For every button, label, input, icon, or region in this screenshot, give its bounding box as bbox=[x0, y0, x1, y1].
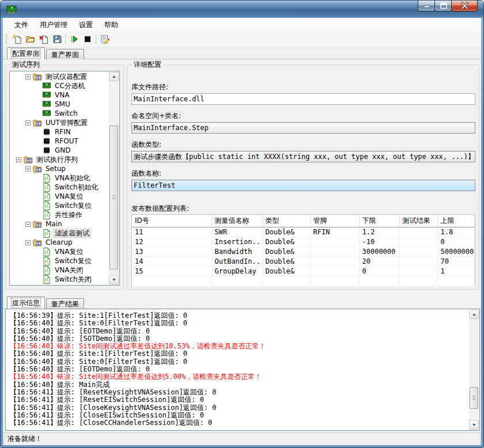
tree-node[interactable]: Setup bbox=[10, 164, 109, 173]
tree-node[interactable]: Clearup bbox=[10, 238, 109, 247]
new-button[interactable] bbox=[10, 33, 24, 46]
seq-folder-icon bbox=[33, 164, 42, 173]
column-header[interactable]: 测量值名称 bbox=[211, 215, 262, 227]
minimize-button[interactable] bbox=[418, 1, 435, 12]
scroll-down-button[interactable] bbox=[469, 420, 479, 430]
stop-button[interactable] bbox=[81, 33, 94, 46]
menu-item-file[interactable]: 文件 bbox=[9, 18, 34, 32]
scrollbar-thumb[interactable] bbox=[470, 387, 478, 409]
tree-scrollbar[interactable] bbox=[109, 72, 119, 284]
tree-node[interactable]: Switch关闭 bbox=[10, 275, 109, 284]
title-bar[interactable] bbox=[1, 1, 483, 18]
tree-node[interactable]: VNA bbox=[10, 90, 109, 100]
func-name-input[interactable]: FilterTest bbox=[131, 180, 475, 191]
func-type-input[interactable]: 测试步骤类函数【public static int XXXX(string xx… bbox=[131, 151, 475, 162]
tree-node[interactable]: 滤波器测试 bbox=[10, 229, 109, 238]
collapse-expander-icon[interactable] bbox=[25, 240, 31, 245]
run-button[interactable] bbox=[67, 33, 81, 46]
tree-node[interactable]: RFIN bbox=[10, 127, 109, 136]
column-header[interactable]: ID号 bbox=[132, 215, 211, 227]
tree-node[interactable]: Switch复位 bbox=[10, 201, 109, 210]
log-scrollbar[interactable] bbox=[469, 310, 479, 430]
namespace-class-input[interactable]: MainInterface.Step bbox=[131, 122, 475, 134]
tree-node[interactable]: Switch bbox=[10, 109, 109, 118]
edit-button[interactable] bbox=[98, 33, 111, 46]
close-icon bbox=[452, 1, 477, 12]
collapse-expander-icon[interactable] bbox=[16, 157, 21, 162]
tree-node[interactable]: 共性操作 bbox=[10, 210, 109, 219]
open-button[interactable] bbox=[24, 33, 37, 46]
table-cell: GroupDelay bbox=[211, 266, 262, 276]
table-row[interactable]: 11SWRDouble&RFIN1.21.8 bbox=[132, 227, 474, 237]
tree-node[interactable]: RFOUT bbox=[10, 136, 109, 146]
table-row[interactable]: 13BandwidthDouble&3000000050000000 bbox=[132, 246, 474, 256]
column-header[interactable]: 测试结果 bbox=[399, 215, 437, 227]
message-log[interactable]: 【16:56:39】提示: Site:1[FilterTest]返回值: 0【1… bbox=[6, 310, 469, 430]
application-window: 文件用户管理设置帮助 配置界面量产界面 测试序列 测试仪器配置CC分选机VNAS… bbox=[0, 0, 484, 448]
new-file-icon bbox=[13, 35, 22, 44]
table-row[interactable]: 14OutBandIn...Double&2070 bbox=[132, 256, 474, 266]
table-cell: 13 bbox=[132, 246, 211, 256]
scroll-up-button[interactable] bbox=[469, 310, 479, 319]
table-cell bbox=[262, 276, 310, 286]
collapse-expander-icon[interactable] bbox=[25, 166, 31, 172]
tree-node[interactable]: Main bbox=[10, 219, 109, 229]
table-cell: Double& bbox=[262, 256, 310, 266]
maximize-button[interactable] bbox=[434, 1, 452, 12]
menu-item-help[interactable]: 帮助 bbox=[99, 18, 124, 32]
tab-production-results[interactable]: 量产结果 bbox=[46, 298, 84, 309]
table-cell: 0 bbox=[437, 237, 474, 246]
status-bar: 准备就绪！ bbox=[3, 432, 481, 445]
tab-production[interactable]: 量产界面 bbox=[46, 49, 84, 59]
table-cell bbox=[399, 276, 437, 286]
menu-item-user-management[interactable]: 用户管理 bbox=[34, 18, 73, 32]
tree-node[interactable]: 测试执行序列 bbox=[10, 155, 109, 164]
step-icon bbox=[42, 210, 51, 219]
table-cell: Double& bbox=[262, 266, 310, 276]
table-row[interactable]: 15GroupDelayDouble&01 bbox=[132, 266, 474, 276]
scroll-down-button[interactable] bbox=[109, 275, 119, 284]
tab-config[interactable]: 配置界面 bbox=[7, 47, 45, 59]
tree-node[interactable]: Switch初始化 bbox=[10, 183, 109, 192]
table-empty-row bbox=[132, 276, 474, 286]
lib-path-input[interactable]: MainInterface.dll bbox=[131, 93, 475, 105]
column-header[interactable]: 管脚 bbox=[310, 215, 359, 227]
table-cell: 12 bbox=[132, 237, 211, 246]
log-line: 【16:56:40】提示: [SOTDemo]返回值: 0 bbox=[10, 335, 469, 343]
tree-node[interactable]: SMU bbox=[10, 100, 109, 109]
delete-button[interactable] bbox=[37, 33, 50, 46]
save-button[interactable] bbox=[50, 33, 63, 46]
column-header[interactable]: 下限 bbox=[359, 215, 399, 227]
collapse-expander-icon[interactable] bbox=[25, 222, 31, 227]
step-icon bbox=[42, 229, 51, 238]
tree-node[interactable]: VNA复位 bbox=[10, 192, 109, 201]
column-header[interactable]: 类型 bbox=[262, 215, 310, 227]
collapse-expander-icon[interactable] bbox=[25, 120, 31, 126]
tree-node[interactable]: VNA初始化 bbox=[10, 173, 109, 183]
tree-node[interactable]: VNA关闭 bbox=[10, 265, 109, 275]
tree-node-label: Switch复位 bbox=[54, 257, 93, 265]
column-header[interactable]: 上限 bbox=[437, 215, 474, 227]
config-page: 测试序列 测试仪器配置CC分选机VNASMUSwitchUUT管脚配置RFINR… bbox=[3, 59, 481, 291]
card-icon bbox=[42, 90, 51, 100]
log-line: 【16:56:40】提示: Site:0[FilterTest]返回值: 0 bbox=[10, 320, 469, 327]
toolbar-separator bbox=[65, 35, 66, 44]
test-sequence-treebox: 测试仪器配置CC分选机VNASMUSwitchUUT管脚配置RFINRFOUTG… bbox=[9, 71, 120, 286]
tree-node[interactable]: UUT管脚配置 bbox=[10, 118, 109, 127]
detail-config-groupbox: 详细配置 库文件路径:MainInterface.dll命名空间+类名:Main… bbox=[127, 64, 479, 290]
scroll-up-button[interactable] bbox=[109, 72, 119, 81]
scrollbar-thumb[interactable] bbox=[109, 126, 118, 269]
tree-node[interactable]: Switch复位 bbox=[10, 256, 109, 265]
tree-node[interactable]: CC分选机 bbox=[10, 81, 109, 90]
toolbar bbox=[3, 32, 481, 47]
test-sequence-tree[interactable]: 测试仪器配置CC分选机VNASMUSwitchUUT管脚配置RFINRFOUTG… bbox=[10, 72, 109, 284]
collapse-expander-icon[interactable] bbox=[25, 74, 31, 79]
menu-item-settings[interactable]: 设置 bbox=[73, 18, 99, 32]
table-row[interactable]: 12Insertion...Double&-100 bbox=[132, 237, 474, 246]
close-button[interactable] bbox=[451, 1, 478, 12]
tree-node[interactable]: VNA复位 bbox=[10, 247, 109, 256]
tab-messages[interactable]: 提示信息 bbox=[7, 297, 45, 309]
main-tab-strip: 配置界面量产界面 bbox=[3, 47, 481, 59]
tree-node[interactable]: 测试仪器配置 bbox=[10, 72, 109, 81]
tree-node[interactable]: GND bbox=[10, 146, 109, 155]
